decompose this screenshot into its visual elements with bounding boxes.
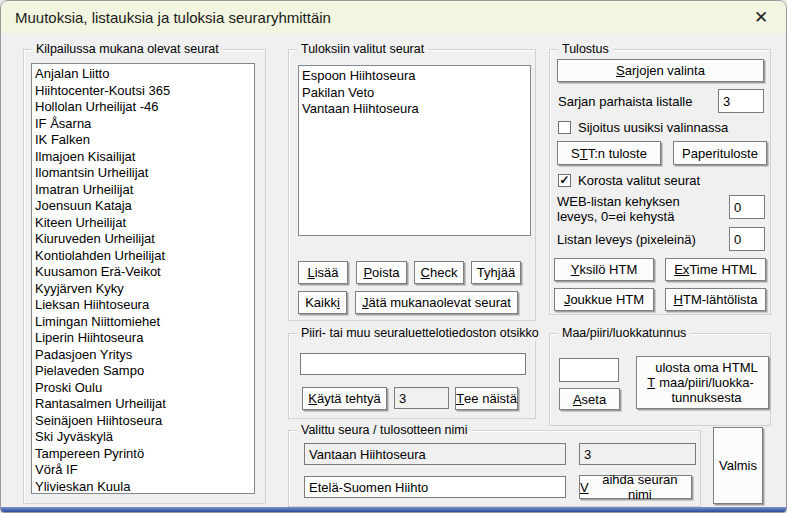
list-item[interactable]: Kuusamon Erä-Veikot [35,264,254,281]
highlight-checkbox[interactable]: ✓ Korosta valitut seurat [558,173,700,188]
reorder-checkbox-label: Sijoitus uusiksi valinnassa [578,120,728,135]
group-district-title: Piiri- tai muu seuraluettelotiedoston ot… [297,326,543,341]
group-selected-club-title: Valittu seura / tulosotteen nimi [297,423,472,438]
clear-button[interactable]: Tyhjää [471,261,521,284]
list-width-input[interactable] [729,227,765,251]
stt-print-button[interactable]: STT:n tuloste [557,141,661,165]
list-item[interactable]: Liperin Hiihtoseura [35,330,254,347]
web-border-input[interactable] [729,195,765,219]
print-own-html-button[interactable]: Tulosta oma HTML maa/piiri/luokka- tunnu… [636,356,769,409]
web-border-label: WEB-listan kehyksen leveys, 0=ei kehystä [557,194,723,224]
list-item[interactable]: Proski Oulu [35,380,254,397]
titlebar: Muutoksia, listauksia ja tuloksia seurar… [1,1,786,33]
list-item[interactable]: Kiuruveden Urheilijat [35,231,254,248]
list-item[interactable]: Lieksan Hiihtoseura [35,297,254,314]
add-button[interactable]: Lisää [298,261,348,284]
dialog-window: Muutoksia, listauksia ja tuloksia seurar… [0,0,787,513]
list-item[interactable]: Ilmajoen Kisailijat [35,149,254,166]
window-title: Muutoksia, listauksia ja tuloksia seurar… [15,9,331,26]
keep-participating-button[interactable]: Jätä mukanaolevat seurat [355,291,518,314]
list-item[interactable]: Kiteen Urheilijat [35,215,254,232]
participating-clubs-listbox[interactable]: Anjalan LiittoHiihtocenter-Koutsi 365Hol… [31,63,255,494]
close-icon: ✕ [754,7,768,28]
highlight-checkbox-label: Korosta valitut seurat [578,173,700,188]
list-item[interactable]: Joensuun Kataja [35,198,254,215]
remove-button[interactable]: Poista [356,261,407,284]
list-item[interactable]: Limingan Niittomiehet [35,314,254,331]
district-heading-input[interactable] [300,353,526,375]
checkmark-icon: ✓ [559,175,569,186]
use-made-button[interactable]: Käytä tehtyä [302,387,387,410]
checkbox-box-checked: ✓ [558,174,571,187]
individual-htm-button[interactable]: Yksilö HTM [554,258,654,281]
list-item[interactable]: Kyyjärven Kyky [35,281,254,298]
list-item[interactable]: Imatran Urheilijat [35,182,254,199]
list-item[interactable]: Vörå IF [35,462,254,479]
best-per-series-label: Sarjan parhaista listalle [558,94,692,109]
make-from-these-button[interactable]: Tee näistä [455,387,518,410]
list-item[interactable]: IK Falken [35,132,254,149]
selected-clubs-listbox[interactable]: Espoon HiihtoseuraPakilan VetoVantaan Hi… [298,65,531,236]
list-item[interactable]: Anjalan Liitto [35,66,254,83]
done-button[interactable]: Valmis [713,427,763,504]
dialog-body: Kilpailussa mukana olevat seurat Anjalan… [1,33,787,509]
list-item[interactable]: Rantasalmen Urheilijat [35,396,254,413]
group-printing-title: Tulostus [558,42,613,57]
htm-startlist-button[interactable]: HTM-lähtölista [665,288,766,311]
list-item[interactable]: IF Åsarna [35,116,254,133]
list-item[interactable]: Ski Jyväskylä [35,429,254,446]
list-item[interactable]: Pakilan Veto [302,85,530,102]
close-button[interactable]: ✕ [744,3,778,31]
best-per-series-input[interactable] [718,89,764,113]
set-button[interactable]: Aseta [559,388,620,410]
group-participating-title: Kilpailussa mukana olevat seurat [32,42,223,57]
group-selected-title: Tuloksiin valitut seurat [297,42,428,57]
check-button[interactable]: Check [414,261,464,284]
all-button[interactable]: Kaikki [298,291,347,314]
checkbox-box [558,121,571,134]
new-club-name-input[interactable] [304,476,566,498]
list-item[interactable]: Ylivieskan Kuula [35,479,254,495]
series-selection-button[interactable]: Sarjojen valinta [557,59,764,82]
paper-print-button[interactable]: Paperituloste [673,141,767,165]
list-width-label: Listan leveys (pixeleinä) [557,232,696,247]
list-item[interactable]: Padasjoen Yritys [35,347,254,364]
list-item[interactable]: Tampereen Pyrintö [35,446,254,463]
list-item[interactable]: Pielaveden Sampo [35,363,254,380]
bottom-edge [1,507,786,512]
list-item[interactable]: Seinäjoen Hiihtoseura [35,413,254,430]
current-club-count-field [579,443,696,465]
list-item[interactable]: Hollolan Urheilijat -46 [35,99,254,116]
change-club-name-button[interactable]: Vaihda seuran nimi [579,475,692,499]
country-code-input[interactable] [559,358,619,382]
team-htm-button[interactable]: Joukkue HTM [554,288,654,311]
district-count-field [394,387,449,409]
reorder-checkbox[interactable]: Sijoitus uusiksi valinnassa [558,120,728,135]
list-item[interactable]: Ilomantsin Urheilijat [35,165,254,182]
list-item[interactable]: Espoon Hiihtoseura [302,68,530,85]
current-club-name-field [304,443,566,465]
group-country-code-title: Maa/piiri/luokkatunnus [558,326,690,341]
extime-html-button[interactable]: ExTime HTML [665,258,766,281]
list-item[interactable]: Vantaan Hiihtoseura [302,101,530,118]
list-item[interactable]: Kontiolahden Urheilijat [35,248,254,265]
list-item[interactable]: Hiihtocenter-Koutsi 365 [35,83,254,100]
